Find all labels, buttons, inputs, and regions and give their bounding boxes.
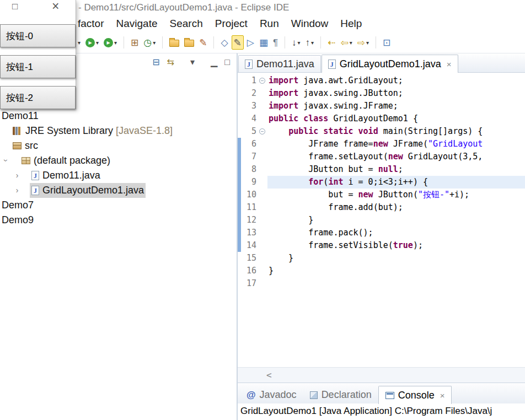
open-folder-icon[interactable]	[168, 35, 181, 50]
minimize-icon[interactable]: ▁	[211, 58, 217, 67]
code-line-17[interactable]: 17	[238, 277, 525, 290]
menu-item-search[interactable]: Search	[164, 18, 209, 30]
tree-item-default-package[interactable]: ›(default package)	[0, 153, 237, 168]
tree-item-label: (default package)	[34, 155, 110, 166]
tree-item-label: GridLayoutDemo1.java	[42, 185, 144, 196]
window-titlebar: - Demo11/src/GridLayoutDemo1.java - Ecli…	[0, 0, 525, 15]
coverage-icon[interactable]: ▶▾	[102, 35, 119, 50]
back-icon[interactable]: ⇦▾	[339, 35, 353, 50]
swing-button-label: 按钮-2	[6, 91, 33, 104]
editor-tab-demo11.java[interactable]: Demo11.java	[238, 55, 321, 72]
code-line-11[interactable]: 11 frame.add(but);	[238, 201, 525, 214]
close-view-icon[interactable]: ×	[440, 391, 445, 400]
swing-button-2[interactable]: 按钮-2	[0, 86, 76, 109]
show-whitespace-icon[interactable]: ¶	[271, 35, 280, 50]
collapse-all-icon[interactable]: ⊟	[152, 58, 159, 67]
close-tab-icon[interactable]: ×	[447, 60, 452, 69]
demo-window-titlebar[interactable]: □ ×	[0, 0, 76, 24]
fold-collapse-icon[interactable]	[259, 78, 265, 84]
code-line-7[interactable]: 7 frame.setLayout(new GridLayout(3,5,	[238, 150, 525, 163]
maximize-icon[interactable]: □	[12, 1, 18, 12]
last-edit-location-icon[interactable]: ⇠	[326, 35, 337, 50]
code-line-6[interactable]: 6 JFrame frame=new JFrame("GridLayout	[238, 138, 525, 150]
tree-item-demo11[interactable]: Demo11	[0, 109, 237, 123]
tree-item-demo7[interactable]: Demo7	[0, 198, 237, 213]
menu-item-factor[interactable]: factor	[72, 18, 110, 30]
code-line-5[interactable]: 5 public static void main(String[]args) …	[238, 125, 525, 138]
code-line-13[interactable]: 13 frame.pack();	[238, 227, 525, 239]
editor-horizontal-scrollbar[interactable]: <	[238, 367, 525, 383]
code-line-2[interactable]: 2import javax.swing.JButton;	[238, 87, 525, 100]
view-menu-icon[interactable]: ▾	[190, 58, 195, 67]
fold-collapse-icon[interactable]	[259, 128, 265, 134]
code-line-9[interactable]: 9 for(int i = 0;i<3;i++) {	[238, 176, 525, 189]
menu-item-help[interactable]: Help	[334, 18, 368, 30]
code-line-15[interactable]: 15 }	[238, 252, 525, 265]
menubar: factorNavigateSearchProjectRunWindowHelp	[0, 15, 525, 32]
toolbar-separator	[320, 36, 321, 49]
code-text: }	[269, 265, 274, 277]
type-hierarchy-icon[interactable]: ▦	[258, 35, 270, 50]
pin-editor-icon[interactable]: ⊡	[381, 35, 392, 50]
editor-tab-label: Demo11.java	[256, 58, 314, 70]
declaration-icon	[310, 391, 318, 399]
toolbar-separator	[376, 36, 376, 49]
tree-item-src[interactable]: src	[0, 138, 237, 153]
editor-tab-gridlayoutdemo1.java[interactable]: GridLayoutDemo1.java×	[322, 55, 458, 73]
code-text: frame.setVisible(true);	[269, 239, 423, 252]
chevron-expanded-icon[interactable]: ›	[2, 157, 10, 164]
code-line-10[interactable]: 10 but = new JButton("按钮-"+i);	[238, 189, 525, 201]
line-number: 13	[238, 227, 256, 239]
menu-item-window[interactable]: Window	[285, 18, 335, 30]
tab-javadoc[interactable]: @Javadoc	[240, 386, 303, 403]
chevron-collapsed-icon[interactable]: ›	[13, 186, 21, 195]
code-text: import javax.swing.JFrame;	[269, 100, 398, 112]
tree-item-demo11-java[interactable]: ›Demo11.java	[0, 168, 237, 183]
swing-button-label: 按钮-1	[6, 61, 33, 73]
code-line-4[interactable]: 4public class GridLayoutDemo1 {	[238, 112, 525, 125]
tree-item-jre-system-library[interactable]: JRE System Library [JavaSE-1.8]	[0, 123, 237, 138]
line-number: 17	[238, 277, 256, 290]
chevron-collapsed-icon[interactable]: ›	[13, 171, 21, 180]
menu-item-navigate[interactable]: Navigate	[110, 18, 164, 30]
forward-icon[interactable]: ⇨▾	[356, 35, 371, 50]
code-text: import java.awt.GridLayout;	[269, 74, 403, 87]
bottom-view-tabbar: @JavadocDeclarationConsole×	[238, 383, 525, 403]
code-text: JButton but = null;	[269, 163, 403, 176]
code-line-14[interactable]: 14 frame.setVisible(true);	[238, 239, 525, 252]
code-editor[interactable]: 1import java.awt.GridLayout;2import java…	[238, 73, 525, 367]
editor-tab-label: GridLayoutDemo1.java	[340, 58, 441, 70]
tab-console[interactable]: Console×	[378, 386, 452, 404]
import-folder-icon[interactable]	[183, 35, 196, 50]
console-icon	[385, 392, 394, 399]
mark-occurrences-icon[interactable]: ✎	[232, 35, 244, 50]
run-icon[interactable]: ▶▾	[84, 35, 100, 50]
maximize-icon[interactable]: □	[224, 58, 230, 67]
code-line-8[interactable]: 8 JButton but = null;	[238, 163, 525, 176]
external-tools-icon[interactable]: ◷▾	[142, 35, 157, 50]
previous-annotation-icon[interactable]: ↑▾	[304, 35, 316, 50]
code-text: public class GridLayoutDemo1 {	[269, 112, 418, 125]
link-with-editor-icon[interactable]: ⇆	[167, 58, 174, 67]
next-annotation-icon[interactable]: ↓▾	[290, 35, 302, 50]
menu-item-run[interactable]: Run	[254, 18, 285, 30]
show-selected-element-icon[interactable]: ▷	[245, 35, 256, 50]
line-number: 7	[238, 150, 256, 163]
tree-item-gridlayoutdemo1-java[interactable]: ›GridLayoutDemo1.java	[0, 183, 237, 198]
scroll-left-arrow[interactable]: <	[266, 370, 272, 380]
code-line-3[interactable]: 3import javax.swing.JFrame;	[238, 100, 525, 112]
code-line-1[interactable]: 1import java.awt.GridLayout;	[238, 74, 525, 87]
swing-button-1[interactable]: 按钮-1	[0, 55, 76, 78]
tab-declaration[interactable]: Declaration	[303, 386, 378, 403]
package-icon	[22, 157, 30, 164]
open-type-icon[interactable]: ◇	[219, 35, 229, 50]
new-java-project-icon[interactable]: ⊞	[129, 35, 140, 50]
menu-item-project[interactable]: Project	[209, 18, 254, 30]
close-icon[interactable]: ×	[52, 0, 59, 14]
view-tab-label: Declaration	[322, 389, 372, 401]
code-line-16[interactable]: 16}	[238, 265, 525, 277]
code-line-12[interactable]: 12 }	[238, 214, 525, 227]
swing-button-0[interactable]: 按钮-0	[0, 24, 76, 47]
annotate-pencil-icon[interactable]: ✎	[197, 35, 208, 50]
tree-item-demo9[interactable]: Demo9	[0, 213, 237, 228]
